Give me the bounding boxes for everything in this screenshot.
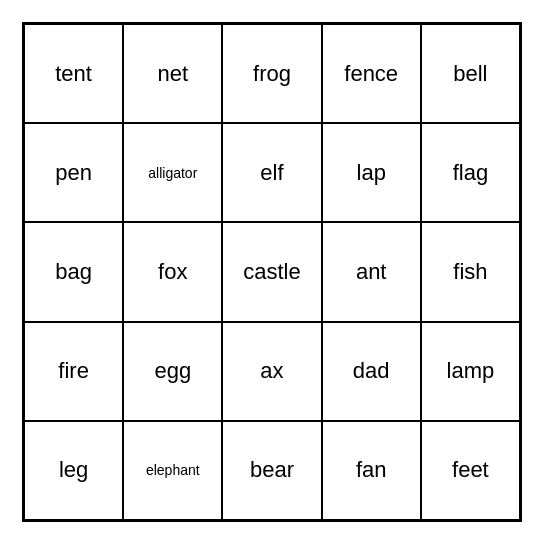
bingo-cell-15: fire (24, 322, 123, 421)
bingo-cell-9: flag (421, 123, 520, 222)
bingo-cell-10: bag (24, 222, 123, 321)
bingo-cell-13: ant (322, 222, 421, 321)
bingo-cell-1: net (123, 24, 222, 123)
bingo-cell-14: fish (421, 222, 520, 321)
bingo-cell-21: elephant (123, 421, 222, 520)
bingo-cell-17: ax (222, 322, 321, 421)
bingo-cell-19: lamp (421, 322, 520, 421)
bingo-cell-16: egg (123, 322, 222, 421)
bingo-grid: tentnetfrogfencebellpenalligatorelflapfl… (22, 22, 522, 522)
bingo-cell-23: fan (322, 421, 421, 520)
bingo-cell-7: elf (222, 123, 321, 222)
bingo-cell-18: dad (322, 322, 421, 421)
bingo-cell-5: pen (24, 123, 123, 222)
bingo-cell-11: fox (123, 222, 222, 321)
bingo-cell-0: tent (24, 24, 123, 123)
bingo-cell-2: frog (222, 24, 321, 123)
bingo-cell-8: lap (322, 123, 421, 222)
bingo-cell-12: castle (222, 222, 321, 321)
bingo-cell-3: fence (322, 24, 421, 123)
bingo-cell-24: feet (421, 421, 520, 520)
bingo-cell-4: bell (421, 24, 520, 123)
bingo-cell-6: alligator (123, 123, 222, 222)
bingo-cell-20: leg (24, 421, 123, 520)
bingo-cell-22: bear (222, 421, 321, 520)
